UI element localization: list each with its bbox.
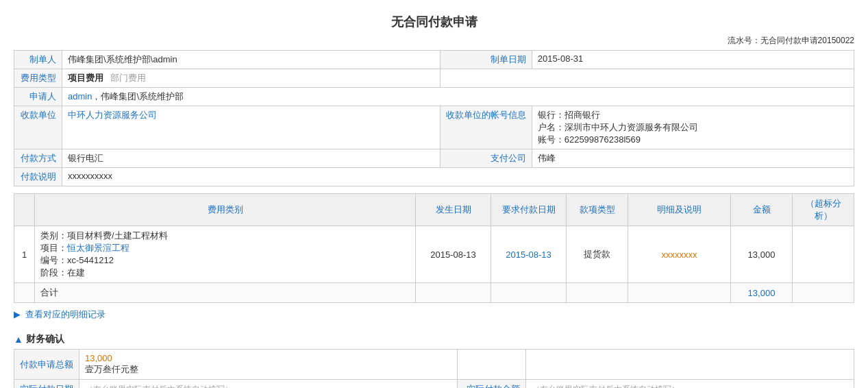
total-label: 付款申请总额 (14, 350, 79, 380)
occurrence-date: 2015-08-13 (416, 226, 491, 283)
bank-info-value: 银行：招商银行 户名：深圳市中环人力资源服务有限公司 账号：6225998762… (532, 106, 854, 149)
header-occurrence-date: 发生日期 (416, 194, 491, 226)
payment-method-row: 付款方式 银行电汇 支付公司 伟峰 (14, 149, 854, 168)
receiver-label: 收款单位 (14, 106, 62, 149)
date-value: 2015-08-31 (532, 51, 854, 69)
payment-note-value: xxxxxxxxxx (62, 168, 854, 186)
actual-amount-value: （在台账里实际支付后由系统自动填写） (525, 380, 854, 389)
payment-note-label: 付款说明 (14, 168, 62, 186)
finance-section-title: ▲ 财务确认 (14, 333, 854, 345)
header-amount: 金额 (731, 194, 793, 226)
view-records-link[interactable]: 查看对应的明细记录 (25, 308, 106, 321)
receiver-row: 收款单位 中环人力资源服务公司 收款单位的帐号信息 银行：招商银行 户名：深圳市… (14, 106, 854, 149)
triangle-icon: ▶ (14, 309, 21, 319)
header-payment-type: 款项类型 (567, 194, 628, 226)
actual-date-value: （在台账里实际支付后由系统自动填写） (79, 380, 458, 389)
applicant-link[interactable]: admin (68, 91, 92, 101)
header-overrun: （超标分析） (793, 194, 854, 226)
total-value: 13,000 壹万叁仟元整 (79, 350, 458, 380)
view-records-container: ▶ 查看对应的明细记录 (14, 308, 854, 326)
overrun-analysis (793, 226, 854, 283)
applicant-label: 申请人 (14, 88, 62, 106)
total-row: 付款申请总额 13,000 壹万叁仟元整 (14, 350, 854, 380)
detail-desc: xxxxxxxx (628, 226, 731, 283)
detail-table-header: 费用类别 发生日期 要求付款日期 款项类型 明细及说明 金额 （超标分析） (14, 194, 854, 226)
header-row: 费用类别 发生日期 要求付款日期 款项类型 明细及说明 金额 （超标分析） (14, 194, 854, 226)
payment-type: 提货款 (567, 226, 628, 283)
payment-method-label: 付款方式 (14, 149, 62, 168)
row-amount: 13,000 (731, 226, 793, 283)
finance-table: 付款申请总额 13,000 壹万叁仟元整 实际付款日期 （在台账里实际支付后由系… (14, 349, 854, 388)
bank-info-label: 收款单位的帐号信息 (440, 106, 532, 149)
receiver-link[interactable]: 中环人力资源服务公司 (68, 110, 157, 120)
expense-type-row: 费用类型 项目费用 部门费用 (14, 69, 854, 88)
applicant-row: 申请人 admin，伟峰集团\系统维护部 (14, 88, 854, 106)
actual-date-label: 实际付款日期 (14, 380, 79, 389)
header-expense-type: 费用类别 (35, 194, 416, 226)
payment-company-label: 支付公司 (440, 149, 532, 168)
sum-amount: 13,000 (731, 283, 793, 303)
project-link[interactable]: 恒太御景渲工程 (67, 243, 129, 253)
serial-number: 流水号：无合同付款申请20150022 (14, 34, 854, 50)
page-container: 无合同付款申请 流水号：无合同付款申请20150022 制单人 伟峰集团\系统维… (0, 0, 868, 388)
expense-type-label: 费用类型 (14, 69, 62, 88)
detail-table-body: 1 类别：项目材料费/土建工程材料 项目：恒太御景渲工程 编号：xc-54412… (14, 226, 854, 303)
page-title: 无合同付款申请 (14, 7, 854, 34)
sum-row: 合计 13,000 (14, 283, 854, 303)
table-row: 1 类别：项目材料费/土建工程材料 项目：恒太御景渲工程 编号：xc-54412… (14, 226, 854, 283)
expense-detail: 类别：项目材料费/土建工程材料 项目：恒太御景渲工程 编号：xc-5441212… (35, 226, 416, 283)
header-detail-desc: 明细及说明 (628, 194, 731, 226)
applicant-value: admin，伟峰集团\系统维护部 (62, 88, 854, 106)
payment-company-value: 伟峰 (532, 149, 854, 168)
expense-type-value: 项目费用 部门费用 (62, 69, 441, 88)
creator-label: 制单人 (14, 51, 62, 69)
payment-method-value: 银行电汇 (62, 149, 441, 168)
date-label: 制单日期 (440, 51, 532, 69)
detail-table: 费用类别 发生日期 要求付款日期 款项类型 明细及说明 金额 （超标分析） 1 … (14, 193, 854, 303)
creator-value: 伟峰集团\系统维护部\admin (62, 51, 441, 69)
required-date: 2015-08-13 (491, 226, 567, 283)
finance-triangle-icon: ▲ (14, 334, 23, 345)
header-required-date: 要求付款日期 (491, 194, 567, 226)
info-table: 制单人 伟峰集团\系统维护部\admin 制单日期 2015-08-31 费用类… (14, 50, 854, 186)
sum-label: 合计 (35, 283, 416, 303)
actual-amount-label: 实际付款金额 (457, 380, 525, 389)
creator-row: 制单人 伟峰集团\系统维护部\admin 制单日期 2015-08-31 (14, 51, 854, 69)
actual-payment-row: 实际付款日期 （在台账里实际支付后由系统自动填写） 实际付款金额 （在台账里实际… (14, 380, 854, 389)
row-num: 1 (14, 226, 35, 283)
header-num (14, 194, 35, 226)
receiver-value: 中环人力资源服务公司 (62, 106, 441, 149)
payment-note-row: 付款说明 xxxxxxxxxx (14, 168, 854, 186)
